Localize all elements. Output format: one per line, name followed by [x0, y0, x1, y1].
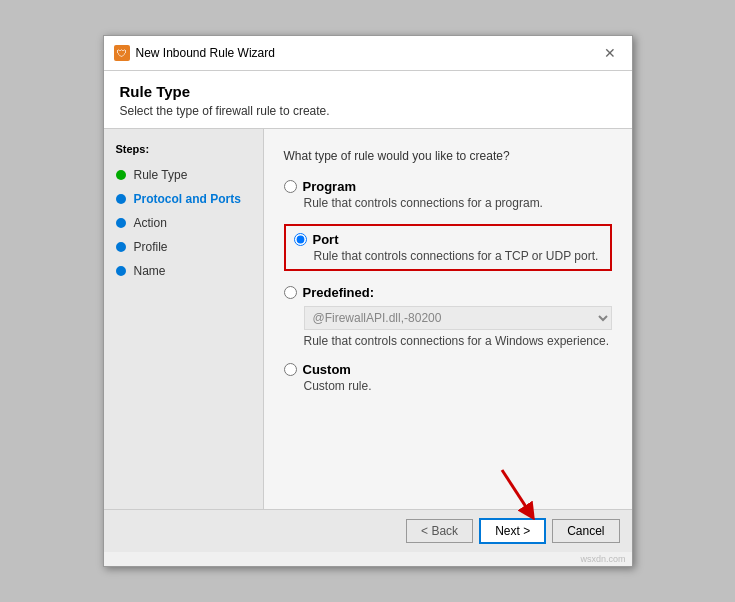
desc-port: Rule that controls connections for a TCP… [314, 249, 602, 263]
window-title: New Inbound Rule Wizard [136, 46, 275, 60]
dot-name [116, 266, 126, 276]
option-program-row[interactable]: Program [284, 179, 612, 194]
close-button[interactable]: ✕ [598, 44, 622, 62]
desc-predefined: Rule that controls connections for a Win… [304, 334, 612, 348]
desc-program: Rule that controls connections for a pro… [304, 196, 612, 210]
radio-custom[interactable] [284, 363, 297, 376]
sidebar-item-protocol-ports: Protocol and Ports [104, 187, 263, 211]
desc-custom: Custom rule. [304, 379, 612, 393]
radio-predefined[interactable] [284, 286, 297, 299]
sidebar-label-rule-type: Rule Type [134, 168, 188, 182]
option-custom: Custom Custom rule. [284, 362, 612, 393]
steps-label: Steps: [104, 139, 263, 163]
dot-profile [116, 242, 126, 252]
option-port-box: Port Rule that controls connections for … [284, 224, 612, 271]
sidebar-label-protocol-ports: Protocol and Ports [134, 192, 241, 206]
header-section: Rule Type Select the type of firewall ru… [104, 71, 632, 129]
back-button[interactable]: < Back [406, 519, 473, 543]
wizard-window: 🛡 New Inbound Rule Wizard ✕ Rule Type Se… [103, 35, 633, 567]
footer: < Back Next > Cancel [104, 509, 632, 552]
option-port-row[interactable]: Port [294, 232, 602, 247]
sidebar-item-name: Name [104, 259, 263, 283]
title-bar-left: 🛡 New Inbound Rule Wizard [114, 45, 275, 61]
dot-action [116, 218, 126, 228]
header-subtitle: Select the type of firewall rule to crea… [120, 104, 616, 118]
label-port[interactable]: Port [313, 232, 339, 247]
sidebar-label-profile: Profile [134, 240, 168, 254]
title-bar: 🛡 New Inbound Rule Wizard ✕ [104, 36, 632, 71]
option-predefined-row[interactable]: Predefined: [284, 285, 612, 300]
sidebar-item-action: Action [104, 211, 263, 235]
header-title: Rule Type [120, 83, 616, 100]
main-body: Steps: Rule Type Protocol and Ports Acti… [104, 129, 632, 509]
next-button[interactable]: Next > [479, 518, 546, 544]
sidebar-label-name: Name [134, 264, 166, 278]
label-program[interactable]: Program [303, 179, 356, 194]
sidebar-label-action: Action [134, 216, 167, 230]
window-icon: 🛡 [114, 45, 130, 61]
radio-program[interactable] [284, 180, 297, 193]
panel-question: What type of rule would you like to crea… [284, 149, 612, 163]
option-program: Program Rule that controls connections f… [284, 179, 612, 210]
radio-port[interactable] [294, 233, 307, 246]
panel: What type of rule would you like to crea… [264, 129, 632, 509]
option-predefined: Predefined: @FirewallAPI.dll,-80200 Rule… [284, 285, 612, 348]
sidebar: Steps: Rule Type Protocol and Ports Acti… [104, 129, 264, 509]
label-predefined[interactable]: Predefined: [303, 285, 375, 300]
cancel-button[interactable]: Cancel [552, 519, 619, 543]
sidebar-item-rule-type: Rule Type [104, 163, 263, 187]
predefined-dropdown[interactable]: @FirewallAPI.dll,-80200 [304, 306, 612, 330]
dot-rule-type [116, 170, 126, 180]
sidebar-item-profile: Profile [104, 235, 263, 259]
dot-protocol-ports [116, 194, 126, 204]
option-custom-row[interactable]: Custom [284, 362, 612, 377]
watermark: wsxdn.com [104, 552, 632, 566]
label-custom[interactable]: Custom [303, 362, 351, 377]
